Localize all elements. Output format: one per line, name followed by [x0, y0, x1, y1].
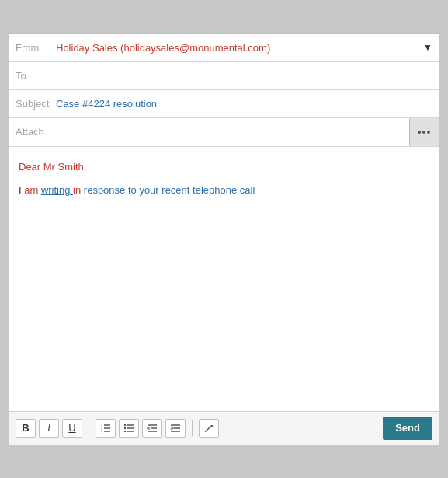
indent-decrease-icon [147, 423, 158, 434]
subject-row: Subject Case #4224 resolution [9, 90, 439, 118]
svg-line-18 [206, 426, 211, 431]
bold-button[interactable]: B [16, 419, 36, 438]
word-to: to [128, 184, 139, 196]
dots-icon: ••• [418, 126, 432, 138]
send-button[interactable]: Send [383, 417, 432, 440]
subject-value: Case #4224 resolution [56, 98, 432, 110]
svg-line-19 [205, 431, 206, 432]
word-writing: writing [41, 184, 73, 196]
email-greeting: Dear Mr Smith, [19, 159, 429, 176]
word-telephone: telephone [193, 184, 240, 196]
from-dropdown-icon[interactable]: ▼ [423, 42, 432, 53]
word-your: your [139, 184, 161, 196]
edit-button[interactable] [199, 419, 219, 438]
ordered-list-button[interactable]: 1 2 3 [96, 419, 116, 438]
pencil-icon [203, 423, 214, 434]
svg-point-6 [124, 424, 126, 425]
email-body-text: I am writing in response to your recent … [19, 183, 429, 199]
formatting-toolbar: B I U 1 2 3 [9, 411, 439, 445]
toolbar-buttons: B I U 1 2 3 [16, 419, 219, 438]
email-body[interactable]: Dear Mr Smith, I am writing in response … [9, 147, 439, 411]
word-response: response [84, 184, 128, 196]
text-cursor [259, 186, 259, 197]
word-call: call [240, 184, 258, 196]
email-compose-window: From Holiday Sales (holidaysales@monumen… [9, 33, 439, 445]
svg-text:3: 3 [101, 430, 102, 433]
word-am: am [24, 184, 41, 196]
underline-button[interactable]: U [62, 419, 82, 438]
ordered-list-icon: 1 2 3 [100, 423, 111, 434]
unordered-list-button[interactable] [119, 419, 139, 438]
from-label: From [16, 42, 56, 54]
from-value: Holiday Sales (holidaysales@monumental.c… [56, 42, 420, 54]
attach-row: Attach ••• [9, 118, 439, 147]
italic-button[interactable]: I [39, 419, 59, 438]
unordered-list-icon [123, 423, 134, 434]
svg-point-7 [124, 427, 126, 428]
attach-more-button[interactable]: ••• [409, 118, 439, 146]
to-label: To [16, 70, 56, 82]
to-input[interactable] [56, 70, 432, 82]
toolbar-separator-2 [192, 420, 193, 436]
indent-increase-icon [170, 423, 181, 434]
word-recent: recent [161, 184, 193, 196]
svg-point-8 [124, 430, 126, 431]
subject-label: Subject [16, 98, 56, 110]
attach-label: Attach [16, 126, 44, 138]
indent-increase-button[interactable] [165, 419, 186, 438]
from-row: From Holiday Sales (holidaysales@monumen… [9, 34, 439, 62]
word-in: in [73, 184, 84, 196]
to-row: To [9, 62, 439, 90]
indent-decrease-button[interactable] [142, 419, 162, 438]
toolbar-separator-1 [89, 420, 89, 436]
